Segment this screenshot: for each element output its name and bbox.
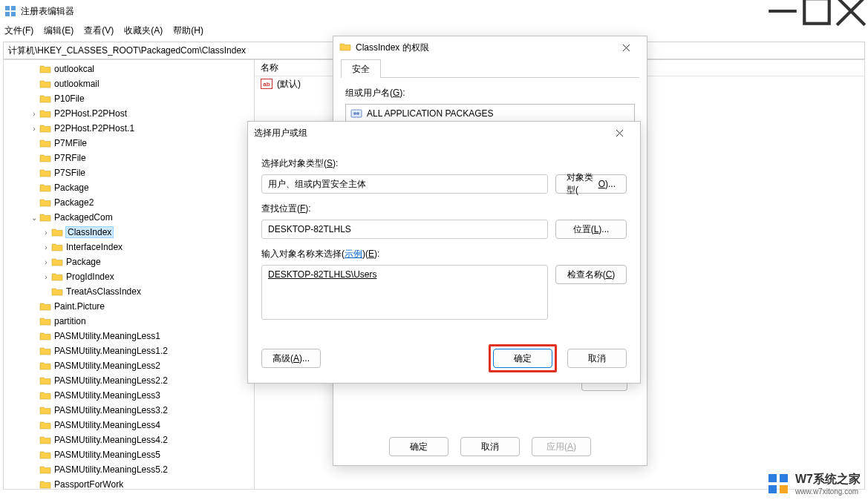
registry-tree[interactable]: outlookcaloutlookmailP10File›P2PHost.P2P…: [4, 60, 255, 489]
tree-node[interactable]: PASMUtility.MeaningLess4: [4, 418, 254, 433]
tree-label: P7SFile: [54, 168, 85, 178]
svg-rect-18: [780, 485, 788, 493]
tree-node[interactable]: PASMUtility.MeaningLess1.2: [4, 343, 254, 358]
menu-file[interactable]: 文件(F): [4, 24, 33, 37]
watermark-title: W7系统之家: [795, 472, 861, 487]
tree-node[interactable]: outlookcal: [4, 62, 254, 76]
svg-point-11: [353, 112, 356, 115]
tree-node[interactable]: ›ClassIndex: [4, 225, 254, 240]
select-user-cancel-button[interactable]: 取消: [567, 349, 627, 368]
tree-node[interactable]: ›Package: [4, 254, 254, 269]
tree-node[interactable]: PassportForWork: [4, 477, 254, 489]
tree-node[interactable]: PASMUtility.MeaningLess2.2: [4, 373, 254, 388]
chevron-right-icon[interactable]: ›: [41, 273, 51, 281]
tree-node[interactable]: TreatAsClassIndex: [4, 284, 254, 299]
tree-node[interactable]: P7SFile: [4, 165, 254, 180]
tree-label: PASMUtility.MeaningLess3: [54, 390, 160, 401]
svg-point-12: [356, 112, 359, 115]
chevron-right-icon[interactable]: ›: [41, 258, 51, 266]
chevron-down-icon[interactable]: ⌄: [29, 214, 39, 222]
permissions-ok-button[interactable]: 确定: [389, 437, 448, 456]
window-titlebar: 注册表编辑器: [0, 0, 868, 22]
minimize-button[interactable]: [766, 0, 800, 22]
tree-node[interactable]: Package: [4, 180, 254, 195]
close-button[interactable]: [834, 0, 868, 22]
tree-node[interactable]: P10File: [4, 91, 254, 106]
folder-icon: [39, 375, 51, 386]
folder-icon: [39, 64, 51, 74]
tree-node[interactable]: outlookmail: [4, 76, 254, 91]
folder-icon: [39, 479, 51, 489]
tree-node[interactable]: P7MFile: [4, 136, 254, 151]
permissions-apply-button[interactable]: 应用(A): [532, 437, 591, 456]
folder-icon: [39, 138, 51, 148]
chevron-right-icon[interactable]: ›: [29, 110, 39, 118]
folder-icon: [39, 183, 51, 193]
tree-node[interactable]: partition: [4, 314, 254, 329]
menu-edit[interactable]: 编辑(E): [44, 24, 74, 37]
chevron-right-icon[interactable]: ›: [41, 229, 51, 237]
select-user-close-button[interactable]: [604, 122, 634, 144]
permissions-buttons: 确定 取消 应用(A): [333, 437, 647, 456]
tree-node[interactable]: PASMUtility.MeaningLess2: [4, 358, 254, 373]
tree-label: P2PHost.P2PHost.1: [54, 123, 134, 134]
tree-node[interactable]: PASMUtility.MeaningLess5: [4, 447, 254, 462]
folder-icon: [339, 42, 351, 53]
group-users-item: ALL APPLICATION PACKAGES: [367, 108, 494, 119]
folder-icon: [39, 93, 51, 104]
folder-icon: [39, 331, 51, 341]
tree-label: PackagedCom: [54, 212, 113, 223]
tree-node[interactable]: ⌄PackagedCom: [4, 210, 254, 225]
folder-icon: [39, 361, 51, 371]
object-types-button[interactable]: 对象类型(O)...: [555, 174, 627, 194]
tree-label: PASMUtility.MeaningLess4.2: [54, 435, 168, 445]
ok-highlight: 确定: [489, 344, 557, 372]
tree-node[interactable]: ›P2PHost.P2PHost.1: [4, 121, 254, 136]
chevron-right-icon[interactable]: ›: [41, 243, 51, 252]
select-user-title: 选择用户或组: [254, 127, 307, 139]
tree-label: P10File: [54, 93, 85, 104]
tree-node[interactable]: ›ProgIdIndex: [4, 269, 254, 284]
select-user-ok-button[interactable]: 确定: [493, 349, 552, 368]
tree-node[interactable]: Paint.Picture: [4, 299, 254, 314]
menu-favorites[interactable]: 收藏夹(A): [124, 24, 163, 37]
locations-button[interactable]: 位置(L)...: [555, 220, 627, 239]
tree-node[interactable]: PASMUtility.MeaningLess3: [4, 388, 254, 403]
select-user-titlebar[interactable]: 选择用户或组: [248, 122, 640, 144]
column-name[interactable]: 名称: [255, 62, 314, 74]
folder-icon: [39, 420, 51, 430]
tree-node[interactable]: ›InterfaceIndex: [4, 240, 254, 254]
folder-icon: [39, 346, 51, 356]
watermark-sub: www.w7xitong.com: [795, 487, 861, 496]
tree-label: ClassIndex: [66, 227, 113, 237]
permissions-cancel-button[interactable]: 取消: [460, 437, 520, 456]
folder-icon: [39, 435, 51, 445]
menu-view[interactable]: 查看(V): [84, 24, 114, 37]
tab-security[interactable]: 安全: [341, 59, 381, 78]
select-user-dialog: 选择用户或组 选择此对象类型(S): 用户、组或内置安全主体 对象类型(O)..…: [247, 121, 641, 384]
tree-node[interactable]: ›P2PHost.P2PHost: [4, 106, 254, 121]
tree-label: PassportForWork: [54, 479, 123, 489]
advanced-button[interactable]: 高级(A)...: [261, 349, 321, 368]
chevron-right-icon[interactable]: ›: [29, 125, 39, 133]
tree-node[interactable]: P7RFile: [4, 151, 254, 165]
permissions-close-button[interactable]: [611, 36, 641, 59]
tree-node[interactable]: PASMUtility.MeaningLess1: [4, 329, 254, 343]
tree-node[interactable]: Package2: [4, 195, 254, 210]
check-names-button[interactable]: 检查名称(C): [555, 265, 627, 284]
tree-node[interactable]: PASMUtility.MeaningLess5.2: [4, 462, 254, 477]
maximize-button[interactable]: [800, 0, 834, 22]
tree-label: P7RFile: [54, 153, 86, 163]
example-link[interactable]: 示例: [345, 249, 362, 259]
folder-icon: [39, 168, 51, 178]
svg-rect-15: [769, 474, 777, 482]
tree-label: Package: [66, 257, 101, 267]
permissions-titlebar[interactable]: ClassIndex 的权限: [333, 36, 647, 59]
tree-node[interactable]: PASMUtility.MeaningLess3.2: [4, 403, 254, 418]
menu-help[interactable]: 帮助(H): [173, 24, 203, 37]
folder-icon: [39, 153, 51, 163]
object-name-input[interactable]: DESKTOP-82TLHLS\Users: [261, 265, 548, 320]
tree-node[interactable]: PASMUtility.MeaningLess4.2: [4, 433, 254, 447]
folder-icon: [39, 450, 51, 460]
tree-label: PASMUtility.MeaningLess2: [54, 361, 160, 371]
